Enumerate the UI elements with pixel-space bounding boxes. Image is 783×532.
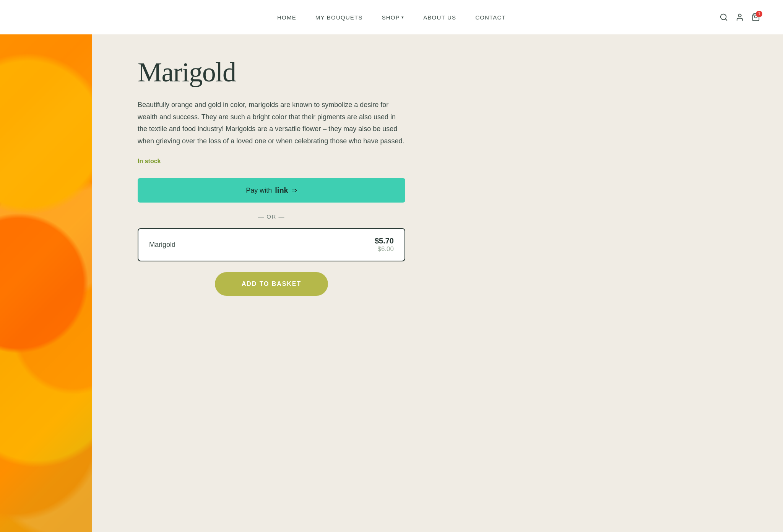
pay-link-brand: link bbox=[275, 186, 288, 195]
pay-link-label: Pay with bbox=[246, 187, 272, 195]
cart-wrapper: 1 bbox=[752, 13, 760, 21]
product-description: Beautifully orange and gold in color, ma… bbox=[138, 99, 405, 147]
pay-with-link-button[interactable]: Pay with link ⇒ bbox=[138, 178, 405, 203]
arrow-icon: ⇒ bbox=[291, 186, 297, 195]
search-button[interactable] bbox=[720, 13, 728, 21]
product-image-panel bbox=[0, 34, 92, 532]
product-select-box[interactable]: Marigold $5.70 $6.00 bbox=[138, 228, 405, 261]
main-content: Marigold Beautifully orange and gold in … bbox=[0, 34, 783, 532]
nav-contact[interactable]: CONTACT bbox=[475, 14, 506, 21]
product-details: Marigold Beautifully orange and gold in … bbox=[92, 34, 436, 532]
or-divider: — OR — bbox=[138, 213, 405, 220]
svg-point-2 bbox=[738, 14, 741, 17]
product-select-name: Marigold bbox=[149, 241, 175, 249]
price-current: $5.70 bbox=[375, 237, 394, 245]
svg-line-1 bbox=[725, 19, 727, 20]
header-icons: 1 bbox=[720, 13, 760, 21]
stock-status: In stock bbox=[138, 158, 405, 165]
nav-shop[interactable]: SHOP ▾ bbox=[382, 14, 404, 21]
nav-home[interactable]: HOME bbox=[277, 14, 296, 21]
product-prices: $5.70 $6.00 bbox=[375, 237, 394, 253]
nav-my-bouquets[interactable]: MY BOUQUETS bbox=[315, 14, 363, 21]
nav-about-us[interactable]: ABOUT US bbox=[423, 14, 456, 21]
user-icon bbox=[736, 13, 744, 21]
add-to-basket-button[interactable]: ADD TO BASKET bbox=[215, 272, 328, 296]
search-icon bbox=[720, 13, 728, 21]
main-nav: HOME MY BOUQUETS SHOP ▾ ABOUT US CONTACT bbox=[277, 14, 506, 21]
site-header: HOME MY BOUQUETS SHOP ▾ ABOUT US CONTACT bbox=[0, 0, 783, 34]
product-title: Marigold bbox=[138, 57, 405, 88]
price-original: $6.00 bbox=[375, 245, 394, 253]
cart-badge: 1 bbox=[756, 11, 762, 17]
chevron-down-icon: ▾ bbox=[401, 15, 404, 20]
account-button[interactable] bbox=[736, 13, 744, 21]
flower-image bbox=[0, 34, 92, 532]
